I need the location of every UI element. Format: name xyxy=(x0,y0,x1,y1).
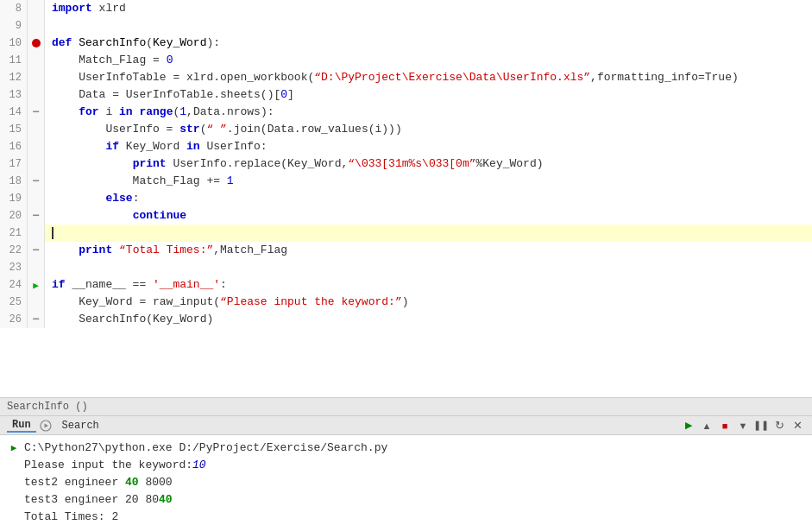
code-content-26: SearchInfo(Key_Word) xyxy=(45,311,812,328)
console-test2-text: test2 engineer 40 8000 xyxy=(24,476,173,489)
gutter-19 xyxy=(28,190,45,207)
close-console-button[interactable]: ✕ xyxy=(790,418,805,433)
console-row-test3: test3 engineer 20 8040 xyxy=(0,490,812,508)
code-content-24: if __name__ == '__main__': xyxy=(45,276,812,294)
line-number-17: 17 xyxy=(0,155,28,173)
code-content-10: def SearchInfo(Key_Word): xyxy=(45,35,812,52)
code-content-8: import xlrd xyxy=(45,0,812,17)
code-row-21: 21 xyxy=(0,225,812,242)
code-content-20: continue xyxy=(45,207,812,225)
code-content-23 xyxy=(45,259,812,276)
status-text: SearchInfo () xyxy=(7,401,88,413)
rerun-button[interactable]: ↻ xyxy=(771,418,787,433)
gutter-8 xyxy=(28,0,45,17)
code-row-15: 15 UserInfo = str(“ ”.join(Data.row_valu… xyxy=(0,121,812,138)
line-number-12: 12 xyxy=(0,69,28,86)
console-row-command: ▶ C:\Python27\python.exe D:/PyProject/Ex… xyxy=(0,439,812,456)
play-button[interactable]: ▶ xyxy=(681,418,696,433)
tab-run[interactable]: Run xyxy=(7,419,36,433)
pause-button[interactable]: ❚❚ xyxy=(753,418,769,433)
status-bar: SearchInfo () xyxy=(0,397,812,416)
code-content-16: if Key_Word in UserInfo: xyxy=(45,138,812,155)
minus-icon-26: − xyxy=(32,315,41,324)
scroll-up-button[interactable]: ▲ xyxy=(699,418,714,433)
run-icon xyxy=(40,420,52,432)
scroll-down-button[interactable]: ▼ xyxy=(735,418,751,433)
code-content-15: UserInfo = str(“ ”.join(Data.row_values(… xyxy=(45,121,812,138)
console-command-text: C:\Python27\python.exe D:/PyProject/Exer… xyxy=(24,441,387,454)
code-content-25: Key_Word = raw_input(“Please input the k… xyxy=(45,294,812,311)
console-area: Run Search ▶ ▲ ■ ▼ ❚❚ ↻ ✕ xyxy=(0,416,812,525)
line-number-11: 11 xyxy=(0,52,28,69)
console-row-test2: test2 engineer 40 8000 xyxy=(0,473,812,490)
line-number-19: 19 xyxy=(0,190,28,207)
gutter-24: ▶ xyxy=(28,276,45,294)
gutter-11 xyxy=(28,52,45,69)
code-content-9 xyxy=(45,17,812,35)
code-row-13: 13 Data = UserInfoTable.sheets()[0] xyxy=(0,86,812,104)
gutter-18: − xyxy=(28,173,45,190)
line-number-22: 22 xyxy=(0,242,28,259)
breakpoint-icon xyxy=(32,39,41,47)
code-content-18: Match_Flag += 1 xyxy=(45,173,812,190)
line-number-9: 9 xyxy=(0,17,28,35)
code-row-24: 24 ▶ if __name__ == '__main__': xyxy=(0,276,812,294)
arrow-right-icon: ▶ xyxy=(32,281,41,289)
code-row-22: 22 − print “Total Times:”,Match_Flag xyxy=(0,242,812,259)
console-total-text: Total Times: 2 xyxy=(24,510,118,523)
gutter-22: − xyxy=(28,242,45,259)
console-toolbar: Run Search ▶ ▲ ■ ▼ ❚❚ ↻ ✕ xyxy=(0,416,812,435)
tab-search[interactable]: Search xyxy=(57,420,104,432)
code-row-17: 17 print UserInfo.replace(Key_Word,“\033… xyxy=(0,155,812,173)
gutter-10 xyxy=(28,35,45,52)
line-number-10: 10 xyxy=(0,35,28,52)
line-number-23: 23 xyxy=(0,259,28,276)
gutter-15 xyxy=(28,121,45,138)
console-content: ▶ C:\Python27\python.exe D:/PyProject/Ex… xyxy=(0,435,812,525)
code-row-11: 11 Match_Flag = 0 xyxy=(0,52,812,69)
code-row-16: 16 if Key_Word in UserInfo: xyxy=(0,138,812,155)
line-number-25: 25 xyxy=(0,294,28,311)
code-content-22: print “Total Times:”,Match_Flag xyxy=(45,242,812,259)
gutter-23 xyxy=(28,259,45,276)
line-number-20: 20 xyxy=(0,207,28,225)
line-number-16: 16 xyxy=(0,138,28,155)
code-row-25: 25 Key_Word = raw_input(“Please input th… xyxy=(0,294,812,311)
gutter-16 xyxy=(28,138,45,155)
code-content-12: UserInfoTable = xlrd.open_workbook(“D:\P… xyxy=(45,69,812,86)
code-content-11: Match_Flag = 0 xyxy=(45,52,812,69)
line-number-14: 14 xyxy=(0,104,28,121)
gutter-25 xyxy=(28,294,45,311)
code-row-20: 20 − continue xyxy=(0,207,812,225)
stop-button[interactable]: ■ xyxy=(717,418,733,433)
minus-icon-20: − xyxy=(32,212,41,220)
minus-icon-18: − xyxy=(32,177,41,186)
code-content-14: for i in range(1,Data.nrows): xyxy=(45,104,812,121)
code-content-13: Data = UserInfoTable.sheets()[0] xyxy=(45,86,812,104)
code-row-19: 19 else: xyxy=(0,190,812,207)
console-row-total: Total Times: 2 xyxy=(0,508,812,525)
minus-icon-22: − xyxy=(32,246,41,255)
gutter-26: − xyxy=(28,311,45,328)
gutter-13 xyxy=(28,86,45,104)
line-number-24: 24 xyxy=(0,276,28,294)
code-row-10: 10 def SearchInfo(Key_Word): xyxy=(0,35,812,52)
code-row-8: 8 import xlrd xyxy=(0,0,812,17)
line-number-15: 15 xyxy=(0,121,28,138)
code-row-23: 23 xyxy=(0,259,812,276)
minus-icon-14: − xyxy=(32,108,41,117)
line-number-21: 21 xyxy=(0,225,28,242)
code-content-17: print UserInfo.replace(Key_Word,“\033[31… xyxy=(45,155,812,173)
console-test3-text: test3 engineer 20 8040 xyxy=(24,493,173,506)
gutter-12 xyxy=(28,69,45,86)
line-number-8: 8 xyxy=(0,0,28,17)
code-row-14: 14 − for i in range(1,Data.nrows): xyxy=(0,104,812,121)
console-play-icon: ▶ xyxy=(3,442,24,453)
code-row-12: 12 UserInfoTable = xlrd.open_workbook(“D… xyxy=(0,69,812,86)
line-number-13: 13 xyxy=(0,86,28,104)
line-number-26: 26 xyxy=(0,311,28,328)
gutter-17 xyxy=(28,155,45,173)
console-input-text: Please input the keyword:10 xyxy=(24,459,206,471)
editor-area: 8 import xlrd 9 10 def SearchInfo(Key_Wo… xyxy=(0,0,812,397)
code-row-26: 26 − SearchInfo(Key_Word) xyxy=(0,311,812,328)
